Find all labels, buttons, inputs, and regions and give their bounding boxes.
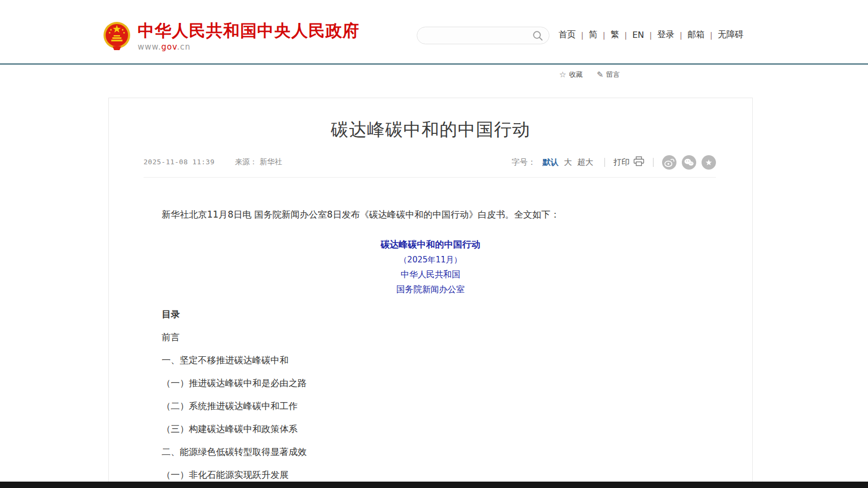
nav-mail[interactable]: 邮箱 [682, 29, 710, 41]
pencil-icon: ✎ [596, 71, 603, 79]
top-nav: 首页 | 简 | 繁 | EN | 登录 | 邮箱 | 无障碍 [553, 29, 748, 41]
font-size-xlarge-button[interactable]: 超大 [577, 157, 593, 167]
toc-item: 前言 [144, 326, 718, 349]
lead-paragraph: 新华社北京11月8日电 国务院新闻办公室8日发布《碳达峰碳中和的中国行动》白皮书… [144, 206, 718, 222]
share-wechat-icon[interactable] [682, 155, 696, 170]
nav-accessibility[interactable]: 无障碍 [712, 29, 748, 41]
toc-item: （二）系统推进碳达峰碳中和工作 [144, 395, 718, 418]
nav-home[interactable]: 首页 [553, 29, 581, 41]
document-title: 碳达峰碳中和的中国行动 [144, 236, 718, 252]
header-divider [0, 63, 868, 65]
document-org-line2: 国务院新闻办公室 [144, 282, 718, 297]
national-emblem-icon [103, 21, 131, 53]
article-card: 碳达峰碳中和的中国行动 2025-11-08 11:39 来源： 新华社 字号：… [108, 98, 753, 488]
search-box [417, 27, 550, 44]
printer-icon [633, 156, 644, 169]
site-url: www.gov.cn [138, 42, 360, 52]
font-size-label: 字号： [512, 157, 536, 167]
font-size-default-button[interactable]: 默认 [543, 157, 559, 167]
site-title: 中华人民共和国中央人民政府 [138, 21, 360, 41]
page-actions: ☆ 收藏 ✎ 留言 [559, 70, 620, 79]
meta-separator [604, 158, 605, 167]
message-button[interactable]: ✎ 留言 [596, 70, 620, 79]
favorite-label: 收藏 [569, 70, 583, 79]
search-icon[interactable] [532, 30, 543, 41]
toc-heading: 目录 [144, 302, 718, 326]
article-meta-right: 字号： 默认 大 超大 打印 [512, 155, 716, 170]
share-favorite-icon[interactable] [702, 155, 716, 170]
bottom-bar [0, 482, 868, 488]
font-size-large-button[interactable]: 大 [564, 157, 572, 167]
message-label: 留言 [606, 70, 620, 79]
search-input[interactable] [426, 28, 530, 43]
toc-item: （一）推进碳达峰碳中和是必由之路 [144, 372, 718, 395]
print-label: 打印 [614, 157, 630, 167]
article-title: 碳达峰碳中和的中国行动 [109, 118, 752, 141]
nav-traditional[interactable]: 繁 [605, 29, 624, 41]
publish-date: 2025-11-08 11:39 [144, 158, 214, 166]
toc-item: 二、能源绿色低碳转型取得显著成效 [144, 441, 718, 463]
favorite-button[interactable]: ☆ 收藏 [559, 70, 583, 79]
site-logo[interactable]: 中华人民共和国中央人民政府 www.gov.cn [103, 21, 360, 53]
article-source: 来源： 新华社 [235, 157, 282, 167]
nav-english[interactable]: EN [627, 30, 649, 40]
site-header: 中华人民共和国中央人民政府 www.gov.cn 首页 | 简 | 繁 | EN… [0, 0, 868, 63]
share-weibo-icon[interactable] [662, 155, 676, 170]
print-button[interactable]: 打印 [614, 156, 644, 169]
article-meta-left: 2025-11-08 11:39 来源： 新华社 [144, 157, 282, 167]
article-body: 新华社北京11月8日电 国务院新闻办公室8日发布《碳达峰碳中和的中国行动》白皮书… [144, 206, 718, 486]
document-date: （2025年11月） [144, 252, 718, 267]
star-icon: ☆ [559, 71, 566, 79]
toc-item: 一、坚定不移推进碳达峰碳中和 [144, 349, 718, 372]
nav-simplified[interactable]: 简 [584, 29, 603, 41]
document-org-line1: 中华人民共和国 [144, 267, 718, 282]
article-meta: 2025-11-08 11:39 来源： 新华社 字号： 默认 大 超大 打印 [144, 155, 716, 178]
meta-separator [653, 158, 654, 167]
share-icons [662, 155, 716, 170]
toc-item: （三）构建碳达峰碳中和政策体系 [144, 418, 718, 441]
nav-login[interactable]: 登录 [652, 29, 680, 41]
